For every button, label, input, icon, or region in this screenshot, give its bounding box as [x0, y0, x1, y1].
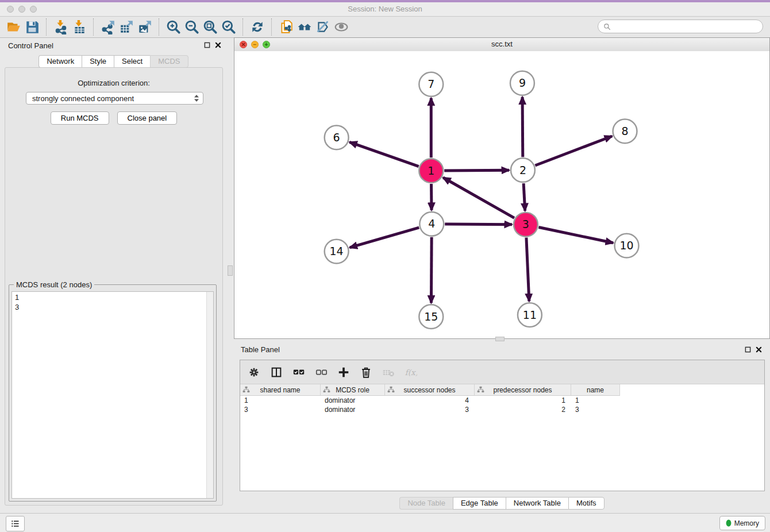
clear-checks-icon[interactable] [314, 365, 328, 379]
select-all-checks-icon[interactable] [292, 365, 306, 379]
graph-edge-1-6[interactable] [349, 142, 418, 166]
vertical-splitter-handle[interactable] [228, 265, 233, 276]
zoom-selected-icon[interactable] [220, 18, 238, 36]
application-window: Session: New Session Control Panel Netwo… [0, 0, 770, 532]
table-cell[interactable]: 1 [571, 396, 620, 405]
table-row[interactable]: 3dominator323 [240, 405, 764, 414]
table-toolbar: f(x) [240, 360, 764, 384]
horizontal-splitter-handle[interactable] [495, 337, 505, 341]
graph-edge-4-15[interactable] [431, 237, 432, 303]
close-table-panel-icon[interactable] [756, 346, 762, 353]
graph-node-label-4: 4 [428, 217, 435, 230]
column-header-successor-nodes[interactable]: successor nodes [385, 384, 475, 396]
table-cell[interactable]: dominator [321, 405, 385, 414]
criterion-select[interactable]: strongly connected component [26, 92, 203, 105]
gear-icon[interactable] [247, 365, 261, 379]
control-panel-tabs: NetworkStyleSelectMCDS [0, 55, 227, 68]
tab-mcds[interactable]: MCDS [150, 55, 188, 68]
export-network-icon[interactable] [99, 18, 117, 36]
save-icon[interactable] [23, 18, 41, 36]
svg-text:f(x): f(x) [405, 367, 417, 376]
toolbar-separator [271, 18, 272, 36]
graph-node-label-3: 3 [522, 218, 529, 230]
close-panel-button[interactable]: Close panel [117, 111, 178, 125]
column-type-icon [242, 386, 250, 394]
tab-edge-table[interactable]: Edge Table [453, 497, 506, 510]
show-homes-icon[interactable] [295, 18, 314, 36]
network-window: ✕ − + scc.txt 7968124314101511 [234, 37, 770, 339]
network-minimize-button[interactable]: − [251, 41, 259, 48]
float-table-panel-icon[interactable] [745, 346, 751, 353]
table-cell[interactable]: 3 [385, 405, 475, 414]
export-table-icon[interactable] [117, 18, 136, 36]
table-cell[interactable]: 1 [240, 396, 321, 405]
hide-annotations-icon[interactable] [314, 18, 332, 36]
network-graph[interactable]: 7968124314101511 [234, 51, 769, 338]
network-maximize-button[interactable]: + [263, 41, 270, 48]
split-columns-icon[interactable] [270, 365, 283, 379]
tab-node-table[interactable]: Node Table [399, 497, 453, 510]
task-list-icon [10, 519, 20, 529]
add-column-icon[interactable] [337, 365, 351, 379]
graph-node-label-15: 15 [424, 310, 438, 323]
graph-node-label-1: 1 [428, 164, 434, 177]
open-folder-icon[interactable] [5, 18, 23, 36]
table-cell[interactable]: 4 [385, 396, 475, 405]
table-cell[interactable]: 3 [571, 405, 620, 414]
criterion-value: strongly connected component [32, 94, 134, 103]
zoom-in-icon[interactable] [164, 18, 183, 36]
import-network-icon[interactable] [52, 18, 70, 36]
tab-select[interactable]: Select [114, 55, 150, 68]
search-box[interactable] [598, 20, 763, 33]
import-table-icon[interactable] [70, 18, 88, 36]
table-cell[interactable]: dominator [321, 396, 385, 405]
zoom-out-icon[interactable] [183, 18, 201, 36]
network-close-button[interactable]: ✕ [240, 41, 247, 48]
graph-edge-2-3[interactable] [523, 183, 525, 211]
titlebar[interactable]: Session: New Session [0, 2, 770, 17]
column-header-predecessor-nodes[interactable]: predecessor nodes [475, 384, 571, 396]
control-panel-title: Control Panel [8, 41, 53, 50]
close-panel-icon[interactable] [215, 42, 221, 48]
delete-column-icon[interactable] [359, 365, 373, 379]
graph-edge-2-8[interactable] [535, 136, 612, 165]
graph-edge-4-3[interactable] [445, 224, 512, 225]
task-history-button[interactable] [6, 516, 25, 531]
refresh-icon[interactable] [248, 18, 267, 36]
table-cell[interactable]: 1 [475, 396, 571, 405]
mcds-result-group: MCDS result (2 nodes) 1 3 [9, 284, 217, 502]
result-scrollbar[interactable] [206, 292, 213, 498]
network-window-titlebar[interactable]: ✕ − + scc.txt [234, 38, 769, 52]
tab-motifs[interactable]: Motifs [568, 497, 605, 510]
graph-edge-3-10[interactable] [538, 228, 613, 243]
toolbar-separator [46, 18, 47, 36]
search-input[interactable] [614, 22, 757, 32]
graph-node-label-11: 11 [523, 309, 537, 321]
tab-network[interactable]: Network [38, 55, 82, 68]
run-mcds-button[interactable]: Run MCDS [51, 111, 109, 125]
clone-network-icon[interactable] [277, 18, 295, 36]
mcds-result-text[interactable]: 1 3 [11, 291, 214, 499]
tab-network-table[interactable]: Network Table [506, 497, 568, 510]
column-header-MCDS-role[interactable]: MCDS role [321, 384, 385, 396]
graph-edge-1-2[interactable] [444, 170, 509, 171]
zoom-fit-icon[interactable] [201, 18, 220, 36]
table-cell[interactable]: 2 [475, 405, 571, 414]
table-cell[interactable]: 3 [240, 405, 321, 414]
export-image-icon[interactable] [136, 18, 154, 36]
show-eye-icon[interactable] [332, 18, 351, 36]
graph-edge-3-1[interactable] [443, 178, 514, 218]
network-window-controls: ✕ − + [240, 41, 270, 48]
tab-style[interactable]: Style [82, 55, 114, 68]
float-panel-icon[interactable] [204, 42, 210, 48]
graph-edge-4-14[interactable] [350, 228, 419, 248]
column-header-shared-name[interactable]: shared name [240, 384, 321, 396]
table-row[interactable]: 1dominator411 [240, 396, 764, 405]
network-canvas[interactable]: 7968124314101511 [234, 51, 769, 338]
table-panel-title: Table Panel [241, 345, 280, 354]
graph-edge-2-9[interactable] [522, 97, 523, 157]
graph-edge-3-11[interactable] [526, 238, 529, 302]
column-header-name[interactable]: name [571, 384, 620, 396]
memory-button[interactable]: Memory [719, 516, 765, 530]
column-label: successor nodes [403, 386, 455, 394]
